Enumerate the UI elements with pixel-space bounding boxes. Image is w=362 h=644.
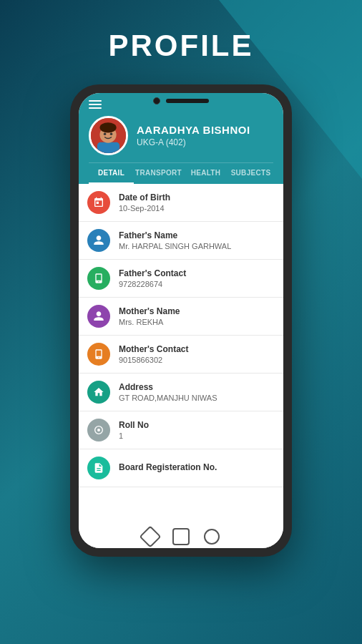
dob-content: Date of Birth 10-Sep-2014	[119, 192, 275, 213]
home-button[interactable]	[172, 528, 190, 545]
mother-contact-value: 9015866302	[119, 356, 275, 364]
father-name-icon	[87, 229, 110, 252]
list-item: Mother's Name Mrs. REKHA	[79, 298, 283, 336]
phone-bottom-bar	[142, 528, 220, 545]
father-contact-content: Father's Contact 9728228674	[119, 268, 275, 288]
list-item: Mother's Contact 9015866302	[79, 336, 283, 374]
mother-contact-content: Mother's Contact 9015866302	[119, 344, 275, 364]
phone-camera	[153, 97, 160, 104]
page-title: PROFILE	[108, 29, 253, 63]
address-icon	[87, 381, 110, 404]
roll-no-content: Roll No 1	[119, 420, 275, 440]
list-item: Roll No 1	[79, 411, 283, 449]
address-content: Address GT ROAD,MANJHU NIWAS	[119, 382, 275, 402]
board-reg-icon	[87, 457, 110, 479]
dob-label: Date of Birth	[119, 192, 275, 203]
phone-screen: AARADHYA BISHNOI UKG-A (402) DETAIL TRAN…	[79, 93, 283, 548]
profile-info: AARADHYA BISHNOI UKG-A (402)	[137, 124, 250, 147]
address-value: GT ROAD,MANJHU NIWAS	[119, 394, 275, 402]
list-item: Date of Birth 10-Sep-2014	[79, 184, 283, 222]
tab-detail[interactable]: DETAIL	[89, 163, 134, 184]
avatar-image	[91, 116, 126, 155]
roll-no-value: 1	[119, 431, 275, 440]
hamburger-line-1	[89, 100, 102, 102]
father-name-content: Father's Name Mr. HARPAL SINGH GARHWAL	[119, 230, 275, 250]
roll-no-label: Roll No	[119, 420, 275, 430]
student-name: AARADHYA BISHNOI	[137, 124, 250, 136]
list-item: Board Registeration No.	[79, 449, 283, 487]
profile-section: AARADHYA BISHNOI UKG-A (402)	[89, 116, 273, 162]
tabs-container: DETAIL TRANSPORT HEALTH SUBJECTS	[89, 162, 273, 184]
hamburger-menu-button[interactable]	[89, 100, 102, 109]
tab-subjects[interactable]: SUBJECTS	[228, 163, 273, 184]
address-label: Address	[119, 382, 275, 392]
mother-name-value: Mrs. REKHA	[119, 318, 275, 326]
back-button[interactable]	[139, 525, 161, 547]
board-reg-content: Board Registeration No.	[119, 462, 275, 474]
father-contact-value: 9728228674	[119, 280, 275, 288]
mother-contact-icon	[87, 343, 110, 366]
mother-name-label: Mother's Name	[119, 306, 275, 316]
avatar	[89, 116, 128, 155]
roll-no-icon	[87, 419, 110, 441]
svg-rect-1	[97, 142, 119, 155]
board-reg-label: Board Registeration No.	[119, 462, 275, 472]
dob-icon	[87, 191, 110, 214]
father-contact-label: Father's Contact	[119, 268, 275, 278]
app-header: AARADHYA BISHNOI UKG-A (402) DETAIL TRAN…	[79, 93, 283, 184]
list-item: Father's Name Mr. HARPAL SINGH GARHWAL	[79, 222, 283, 260]
detail-list: Date of Birth 10-Sep-2014 Father's Name …	[79, 184, 283, 548]
phone-frame: AARADHYA BISHNOI UKG-A (402) DETAIL TRAN…	[70, 84, 292, 557]
phone-speaker	[166, 99, 209, 103]
list-item: Address GT ROAD,MANJHU NIWAS	[79, 374, 283, 411]
mother-contact-label: Mother's Contact	[119, 344, 275, 354]
father-contact-icon	[87, 267, 110, 290]
hamburger-line-2	[89, 104, 102, 105]
list-item: Father's Contact 9728228674	[79, 260, 283, 298]
student-class: UKG-A (402)	[137, 137, 250, 147]
svg-point-8	[97, 429, 100, 431]
svg-point-4	[101, 125, 115, 132]
mother-name-content: Mother's Name Mrs. REKHA	[119, 306, 275, 326]
mother-name-icon	[87, 305, 110, 328]
tab-transport[interactable]: TRANSPORT	[134, 163, 183, 184]
phone-top-bar	[153, 97, 209, 104]
svg-point-5	[104, 132, 107, 135]
father-name-label: Father's Name	[119, 230, 275, 240]
hamburger-line-3	[89, 107, 102, 109]
recent-apps-button[interactable]	[204, 529, 220, 545]
tab-health[interactable]: HEALTH	[183, 163, 228, 184]
father-name-value: Mr. HARPAL SINGH GARHWAL	[119, 242, 275, 250]
dob-value: 10-Sep-2014	[119, 204, 275, 213]
svg-point-6	[110, 132, 113, 135]
